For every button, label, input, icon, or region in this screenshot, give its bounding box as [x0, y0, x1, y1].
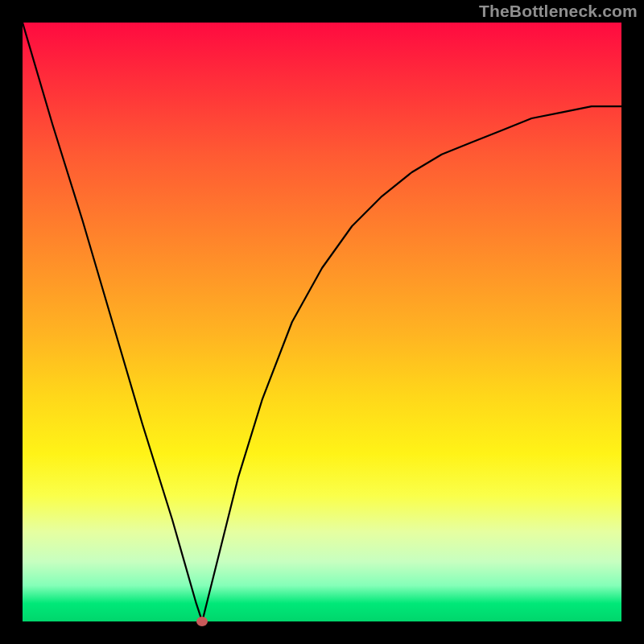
- watermark-text: TheBottleneck.com: [479, 2, 638, 21]
- plot-area: [23, 23, 621, 621]
- chart-marker: [196, 617, 208, 626]
- curve-path: [23, 23, 621, 621]
- chart-curve: [23, 23, 621, 621]
- chart-frame: TheBottleneck.com: [0, 0, 644, 644]
